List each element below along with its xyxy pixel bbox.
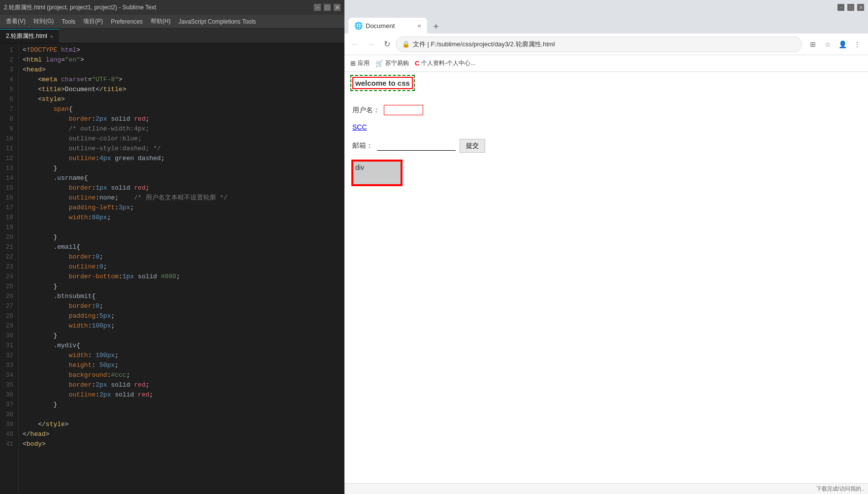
- menu-preferences[interactable]: Preferences: [107, 16, 147, 27]
- welcome-container: welcome to css: [352, 77, 860, 97]
- editor-titlebar: 2.轮廓属性.html (project, project1, project2…: [0, 0, 344, 15]
- browser-content: welcome to css 用户名： SCC 邮箱： 提交 div: [344, 72, 868, 483]
- bookmark-personal-label: 个人资料-个人中心...: [421, 59, 475, 67]
- code-content[interactable]: <!DOCTYPE html> <html lang="en"> <head> …: [19, 43, 344, 494]
- menu-tools[interactable]: Tools: [58, 16, 79, 27]
- bookmarks-bar: ⊞ 应用 🛒 苏宁易购 C 个人资料-个人中心...: [344, 55, 868, 72]
- status-text: 下载完成!访问我的..: [816, 485, 864, 493]
- editor-tab-close[interactable]: ×: [50, 33, 53, 39]
- browser-tab-document[interactable]: 🌐 Document ×: [348, 18, 427, 33]
- username-label: 用户名：: [352, 106, 380, 115]
- browser-tab-close[interactable]: ×: [417, 22, 421, 30]
- bookmark-suning[interactable]: 🛒 苏宁易购: [375, 59, 409, 67]
- bookmark-button[interactable]: ☆: [821, 37, 835, 51]
- browser-tab-title: Document: [366, 22, 395, 30]
- browser-statusbar: 下载完成!访问我的..: [344, 483, 868, 494]
- email-row: 邮箱： 提交: [352, 139, 860, 153]
- extensions-button[interactable]: ⋮: [850, 37, 864, 51]
- menu-view[interactable]: 查看(V): [2, 15, 30, 28]
- browser-close-button[interactable]: ✕: [857, 4, 864, 11]
- bookmark-apps[interactable]: ⊞ 应用: [350, 59, 370, 67]
- mydiv: div: [352, 161, 402, 185]
- address-security-icon: 🔒: [402, 40, 410, 48]
- scc-link[interactable]: SCC: [352, 123, 860, 131]
- suning-icon: 🛒: [375, 60, 383, 67]
- email-label: 邮箱：: [352, 141, 373, 150]
- toolbar-icons: ⊞ ☆ 👤 ⋮: [806, 37, 864, 51]
- email-input[interactable]: [377, 141, 456, 151]
- submit-button[interactable]: 提交: [460, 139, 485, 153]
- browser-tabs: 🌐 Document × +: [344, 15, 868, 33]
- address-text: 文件 | F:/sublime/css/project/day3/2.轮廓属性.…: [413, 40, 796, 49]
- browser-titlebar: － □ ✕: [344, 0, 868, 15]
- username-input[interactable]: [384, 105, 423, 115]
- browser-maximize-button[interactable]: □: [847, 4, 854, 11]
- mydiv-text: div: [355, 164, 364, 171]
- translate-button[interactable]: ⊞: [806, 37, 820, 51]
- editor-close-button[interactable]: ✕: [334, 4, 341, 11]
- username-row: 用户名：: [352, 105, 860, 115]
- forward-button[interactable]: →: [364, 37, 378, 51]
- editor-minimize-button[interactable]: －: [314, 4, 321, 11]
- bookmark-personal[interactable]: C 个人资料-个人中心...: [415, 59, 475, 67]
- editor-maximize-button[interactable]: □: [324, 4, 331, 11]
- editor-tab-label: 2.轮廓属性.html: [6, 32, 47, 40]
- menu-project[interactable]: 项目(P): [79, 15, 107, 28]
- personal-icon: C: [415, 60, 419, 67]
- bookmark-suning-label: 苏宁易购: [385, 59, 409, 67]
- editor-titlebar-controls: － □ ✕: [314, 4, 341, 11]
- menu-goto[interactable]: 转到(G): [30, 15, 58, 28]
- browser-panel: － □ ✕ 🌐 Document × + ← → ↻ 🔒 文件 | F:/sub…: [344, 0, 868, 494]
- browser-minimize-button[interactable]: －: [837, 4, 844, 11]
- menu-help[interactable]: 帮助(H): [147, 15, 175, 28]
- menu-js-completions[interactable]: JavaScript Completions Tools: [175, 16, 260, 27]
- editor-title: 2.轮廓属性.html (project, project1, project2…: [4, 3, 156, 12]
- editor-panel: 2.轮廓属性.html (project, project1, project2…: [0, 0, 344, 494]
- reload-button[interactable]: ↻: [380, 37, 394, 51]
- bookmark-apps-label: 应用: [358, 59, 370, 67]
- back-button[interactable]: ←: [348, 37, 362, 51]
- apps-icon: ⊞: [350, 60, 356, 67]
- profile-button[interactable]: 👤: [836, 37, 849, 51]
- editor-tabbar: 2.轮廓属性.html ×: [0, 29, 344, 43]
- editor-menubar: 查看(V) 转到(G) Tools 项目(P) Preferences 帮助(H…: [0, 15, 344, 29]
- address-bar[interactable]: 🔒 文件 | F:/sublime/css/project/day3/2.轮廓属…: [396, 36, 802, 52]
- welcome-text: welcome to css: [352, 77, 413, 89]
- line-numbers: 12345 678910 1112131415 1617181920 21222…: [0, 43, 19, 494]
- tab-favicon: 🌐: [354, 22, 363, 30]
- new-tab-button[interactable]: +: [429, 20, 443, 33]
- browser-toolbar: ← → ↻ 🔒 文件 | F:/sublime/css/project/day3…: [344, 33, 868, 55]
- editor-tab-active[interactable]: 2.轮廓属性.html ×: [0, 29, 60, 43]
- editor-code[interactable]: 12345 678910 1112131415 1617181920 21222…: [0, 43, 344, 494]
